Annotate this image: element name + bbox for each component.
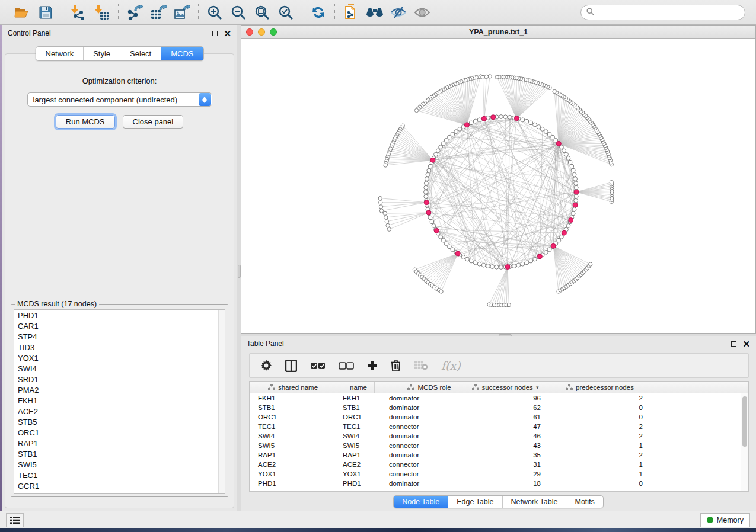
network-node[interactable]: [430, 220, 434, 224]
network-node[interactable]: [428, 216, 432, 220]
network-node[interactable]: [451, 132, 455, 136]
table-row[interactable]: YOX1YOX1connector291: [250, 469, 748, 479]
network-node[interactable]: [566, 156, 570, 161]
network-node[interactable]: [427, 168, 431, 172]
zoom-selected-icon[interactable]: [276, 3, 296, 22]
table-cell[interactable]: dominator: [375, 395, 470, 402]
close-panel-button[interactable]: Close panel: [123, 115, 184, 129]
table-cell[interactable]: SWI5: [328, 442, 375, 449]
network-node[interactable]: [574, 185, 578, 190]
table-cell[interactable]: 0: [557, 404, 659, 411]
network-node[interactable]: [512, 264, 516, 268]
table-cell[interactable]: connector: [375, 442, 470, 449]
mcds-result-item[interactable]: YOX1: [14, 352, 225, 363]
network-node[interactable]: [544, 130, 548, 134]
table-cell[interactable]: 96: [470, 395, 557, 402]
import-table-icon[interactable]: [92, 3, 112, 22]
network-node[interactable]: [477, 118, 481, 122]
network-node[interactable]: [385, 220, 388, 223]
table-row[interactable]: RAP1RAP1dominator352: [250, 450, 748, 460]
network-node[interactable]: [444, 138, 448, 142]
network-node[interactable]: [454, 130, 458, 134]
table-cell[interactable]: PHD1: [328, 480, 375, 487]
import-network-icon[interactable]: [68, 3, 88, 22]
table-cell[interactable]: 1: [557, 470, 659, 477]
network-node[interactable]: [387, 227, 391, 231]
network-node[interactable]: [441, 142, 445, 146]
zoom-out-icon[interactable]: [228, 3, 248, 22]
table-cell[interactable]: 46: [470, 432, 557, 440]
mcds-result-item[interactable]: ACE2: [14, 406, 225, 416]
table-cell[interactable]: 18: [470, 480, 557, 487]
add-column-icon[interactable]: [367, 360, 378, 371]
table-cell[interactable]: FKH1: [250, 395, 328, 402]
table-cell[interactable]: 0: [557, 480, 659, 487]
network-node[interactable]: [566, 224, 570, 228]
network-node[interactable]: [533, 257, 537, 261]
mcds-network-node[interactable]: [562, 230, 567, 235]
network-node[interactable]: [547, 248, 551, 252]
mcds-result-item[interactable]: FKH1: [14, 395, 225, 406]
network-node[interactable]: [573, 177, 578, 181]
network-node[interactable]: [533, 123, 537, 127]
mcds-result-item[interactable]: TID3: [14, 342, 225, 352]
mcds-network-node[interactable]: [505, 265, 510, 270]
tab-network[interactable]: Network: [36, 47, 83, 60]
table-cell[interactable]: 43: [470, 442, 557, 449]
network-node[interactable]: [414, 108, 418, 112]
search-input[interactable]: [597, 8, 739, 17]
network-canvas[interactable]: [241, 39, 755, 333]
table-cell[interactable]: TEC1: [328, 423, 375, 430]
mcds-network-node[interactable]: [481, 116, 486, 121]
network-node[interactable]: [571, 168, 575, 172]
network-node[interactable]: [424, 181, 428, 185]
network-node[interactable]: [508, 115, 512, 119]
deselect-all-icon[interactable]: [339, 362, 354, 370]
hide-graphics-icon[interactable]: [388, 3, 409, 22]
network-node[interactable]: [571, 211, 575, 216]
select-all-icon[interactable]: [310, 362, 326, 370]
network-node[interactable]: [473, 261, 477, 265]
network-node[interactable]: [441, 238, 445, 242]
network-node[interactable]: [379, 205, 382, 209]
scrollbar-thumb[interactable]: [742, 396, 747, 447]
network-node[interactable]: [379, 209, 383, 213]
network-node[interactable]: [432, 224, 436, 228]
table-row[interactable]: SWI5SWI5connector431: [250, 441, 748, 450]
network-node[interactable]: [458, 127, 462, 131]
network-node[interactable]: [503, 115, 508, 119]
open-folder-icon[interactable]: [12, 3, 32, 22]
network-node[interactable]: [378, 196, 382, 200]
table-cell[interactable]: dominator: [375, 480, 470, 487]
network-node[interactable]: [469, 121, 473, 125]
tab-motifs[interactable]: Motifs: [566, 496, 602, 508]
table-cell[interactable]: connector: [375, 461, 470, 468]
table-cell[interactable]: 1: [557, 461, 659, 468]
network-node[interactable]: [439, 290, 443, 293]
mcds-network-node[interactable]: [455, 251, 460, 256]
network-node[interactable]: [424, 190, 428, 194]
table-cell[interactable]: TEC1: [250, 423, 328, 430]
mcds-network-node[interactable]: [569, 218, 573, 223]
column-header-mcds-role[interactable]: MCDS role: [375, 382, 470, 393]
table-cell[interactable]: 29: [470, 470, 557, 477]
binoculars-icon[interactable]: [365, 3, 385, 22]
table-row[interactable]: TEC1TEC1connector472: [250, 422, 748, 431]
network-node[interactable]: [521, 118, 525, 122]
mcds-network-node[interactable]: [574, 190, 579, 194]
close-panel-icon[interactable]: ✕: [742, 339, 750, 348]
network-node[interactable]: [557, 238, 561, 242]
close-panel-icon[interactable]: ✕: [224, 29, 231, 38]
mcds-network-node[interactable]: [464, 123, 469, 127]
table-cell[interactable]: 2: [557, 423, 659, 430]
network-node[interactable]: [495, 75, 499, 79]
delete-icon[interactable]: [391, 360, 401, 371]
table-cell[interactable]: SWI4: [328, 432, 375, 440]
show-columns-icon[interactable]: [285, 360, 297, 372]
network-node[interactable]: [610, 181, 613, 184]
network-window-titlebar[interactable]: YPA_prune.txt_1: [241, 26, 755, 39]
mcds-result-item[interactable]: ORC1: [14, 427, 225, 438]
run-mcds-button[interactable]: Run MCDS: [56, 115, 115, 129]
network-node[interactable]: [574, 194, 578, 198]
network-node[interactable]: [384, 164, 387, 167]
